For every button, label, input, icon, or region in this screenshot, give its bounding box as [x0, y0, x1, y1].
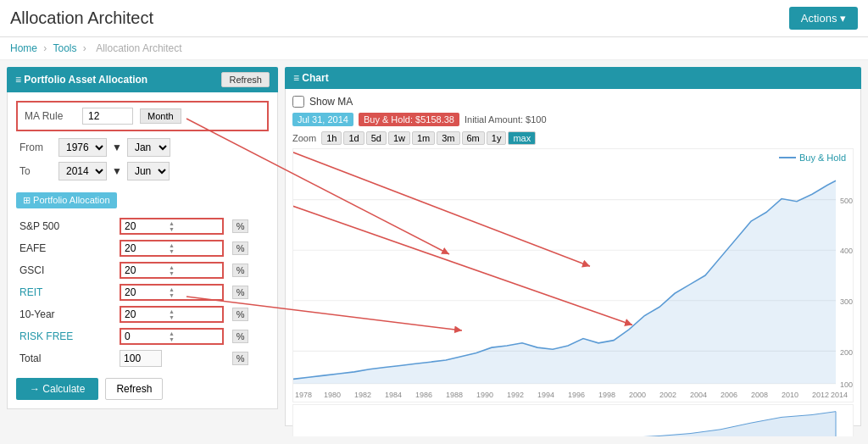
- asset-name-1: EAFE: [19, 242, 46, 254]
- x-1992: 1992: [507, 390, 524, 398]
- alloc-up-4[interactable]: ▲: [169, 308, 175, 314]
- chart-legend: Buy & Hold: [779, 153, 846, 163]
- zoom-6m[interactable]: 6m: [462, 131, 485, 145]
- alloc-input-3[interactable]: [125, 286, 167, 298]
- alloc-spinner-1: ▲ ▼: [169, 242, 175, 254]
- zoom-1h[interactable]: 1h: [321, 131, 342, 145]
- x-1994: 1994: [537, 390, 554, 398]
- asset-name-2: GSCI: [19, 264, 44, 276]
- ma-rule-row: MA Rule Month: [16, 101, 269, 131]
- y-label-3000: 3000: [840, 297, 853, 306]
- x-1988: 1988: [446, 390, 463, 398]
- buy-hold-badge: Buy & Hold: $5158.38: [359, 113, 459, 126]
- alloc-input-4[interactable]: [125, 308, 167, 320]
- refresh-button-bottom[interactable]: Refresh: [105, 378, 163, 400]
- left-panel: ≡ Portfolio Asset Allocation Refresh MA …: [7, 67, 278, 430]
- zoom-bar: Zoom 1h 1d 5d 1w 1m 3m 6m 1y max: [292, 131, 854, 145]
- alloc-spinner-5: ▲ ▼: [169, 330, 175, 342]
- alloc-up-0[interactable]: ▲: [169, 220, 175, 226]
- from-label: From: [19, 142, 53, 153]
- alloc-down-4[interactable]: ▼: [169, 314, 175, 320]
- alloc-up-1[interactable]: ▲: [169, 242, 175, 248]
- alloc-down-5[interactable]: ▼: [169, 336, 175, 342]
- total-pct: %: [232, 352, 249, 365]
- zoom-1m[interactable]: 1m: [412, 131, 435, 145]
- date-badge: Jul 31, 2014: [292, 113, 353, 126]
- x-2004: 2004: [690, 390, 707, 398]
- zoom-3m[interactable]: 3m: [437, 131, 459, 145]
- alloc-pct-5: %: [232, 330, 249, 343]
- from-month-select[interactable]: JanFeb: [127, 138, 170, 157]
- show-ma-label: Show MA: [309, 96, 353, 108]
- alloc-input-1[interactable]: [125, 242, 167, 254]
- alloc-input-5[interactable]: [125, 330, 167, 342]
- show-ma-checkbox[interactable]: [292, 96, 304, 108]
- alloc-down-3[interactable]: ▼: [169, 292, 175, 298]
- from-year-select[interactable]: 197619771978: [58, 138, 107, 157]
- alloc-pct-4: %: [232, 308, 249, 321]
- portfolio-alloc-header: ⊞ Portfolio Allocation: [16, 192, 117, 208]
- alloc-up-3[interactable]: ▲: [169, 286, 175, 292]
- right-panel: ≡ Chart Show MA Jul 31, 2014 Buy & Hold:…: [285, 67, 861, 430]
- x-2010: 2010: [782, 390, 798, 398]
- show-ma-row: Show MA: [292, 96, 854, 108]
- alloc-input-2[interactable]: [125, 264, 167, 276]
- alloc-up-2[interactable]: ▲: [169, 264, 175, 270]
- zoom-1d[interactable]: 1d: [343, 131, 364, 145]
- asset-name-4: 10-Year: [19, 308, 55, 320]
- y-label-5000: 5000: [840, 197, 853, 205]
- y-label-2000: 2000: [840, 347, 853, 356]
- to-label: To: [19, 165, 53, 177]
- alloc-down-1[interactable]: ▼: [169, 248, 175, 254]
- x-2002: 2002: [659, 390, 676, 398]
- x-2000: 2000: [629, 390, 646, 398]
- chart-svg: 5000 4000 3000 2000 1000 1978 1980 1982 …: [293, 149, 853, 402]
- asset-name-0: S&P 500: [19, 220, 59, 232]
- alloc-input-wrap-2: ▲ ▼: [120, 262, 224, 279]
- to-month-select[interactable]: JunJan: [127, 162, 170, 180]
- chart-info-bar: Jul 31, 2014 Buy & Hold: $5158.38 Initia…: [292, 113, 854, 126]
- total-row: Total %: [16, 347, 269, 369]
- refresh-button-top[interactable]: Refresh: [221, 72, 270, 87]
- x-2008: 2008: [751, 390, 768, 398]
- alloc-up-5[interactable]: ▲: [169, 330, 175, 336]
- alloc-spinner-2: ▲ ▼: [169, 264, 175, 276]
- asset-name-3: REIT: [19, 286, 42, 298]
- mini-chart: 1980 1990 2000 2010: [292, 404, 854, 436]
- zoom-1w[interactable]: 1w: [388, 131, 410, 145]
- alloc-input-0[interactable]: [125, 220, 167, 232]
- alloc-spinner-0: ▲ ▼: [169, 220, 175, 232]
- mini-chart-svg: 1980 1990 2000 2010: [293, 405, 853, 436]
- zoom-5d[interactable]: 5d: [366, 131, 387, 145]
- breadcrumb-tools[interactable]: Tools: [53, 42, 76, 54]
- alloc-input-wrap-1: ▲ ▼: [120, 240, 224, 257]
- actions-button[interactable]: Actions ▾: [789, 7, 858, 30]
- alloc-down-2[interactable]: ▼: [169, 270, 175, 276]
- zoom-max[interactable]: max: [508, 131, 536, 145]
- breadcrumb: Home › Tools › Allocation Architect: [0, 37, 868, 60]
- alloc-pct-2: %: [232, 264, 249, 277]
- x-1978: 1978: [295, 390, 312, 398]
- ma-rule-input[interactable]: [82, 108, 133, 125]
- from-row: From 197619771978 ▼ JanFeb: [16, 138, 269, 157]
- alloc-row: RISK FREE ▲ ▼ %: [16, 325, 269, 347]
- svg-line-6: [293, 203, 632, 325]
- chart-panel-header: ≡ Chart: [285, 67, 861, 89]
- total-input[interactable]: [120, 350, 162, 367]
- zoom-1y[interactable]: 1y: [487, 131, 507, 145]
- to-row: To 20142013 ▼ JunJan: [16, 162, 269, 180]
- month-button[interactable]: Month: [140, 108, 181, 124]
- calculate-button[interactable]: → Calculate: [16, 378, 98, 400]
- alloc-spinner-3: ▲ ▼: [169, 286, 175, 298]
- alloc-down-0[interactable]: ▼: [169, 226, 175, 232]
- x-2006: 2006: [721, 390, 737, 398]
- y-label-1000: 1000: [840, 380, 853, 389]
- zoom-label: Zoom: [292, 133, 316, 143]
- x-1982: 1982: [354, 390, 371, 398]
- ma-rule-label: MA Rule: [25, 110, 75, 122]
- alloc-row: 10-Year ▲ ▼ %: [16, 303, 269, 325]
- x-1980: 1980: [324, 390, 341, 398]
- breadcrumb-home[interactable]: Home: [10, 42, 37, 54]
- to-year-select[interactable]: 20142013: [58, 162, 107, 180]
- x-2012: 2012: [812, 390, 829, 398]
